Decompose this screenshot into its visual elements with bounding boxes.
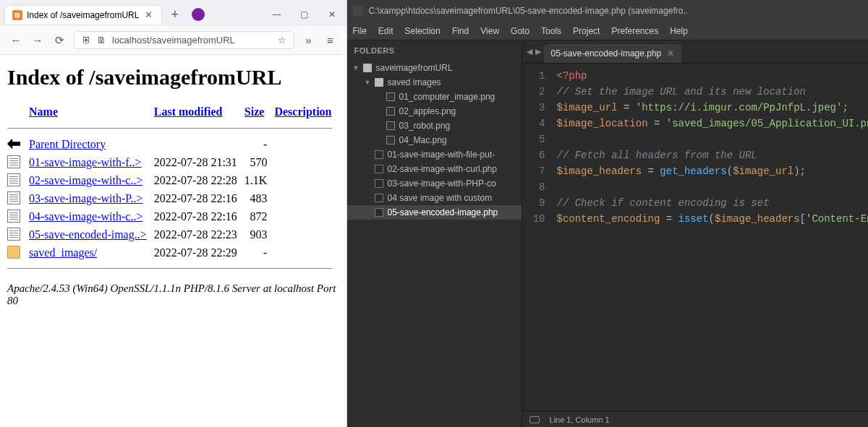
folder-icon bbox=[375, 78, 383, 87]
tree-file[interactable]: 03-save-image-with-PHP-co bbox=[347, 176, 522, 191]
shield-icon: ⛨ bbox=[82, 35, 91, 46]
tree-label: 02_apples.png bbox=[399, 106, 456, 116]
minimize-button[interactable]: — bbox=[267, 9, 287, 20]
sublime-window: C:\xampp\htdocs\saveimagefromURL\05-save… bbox=[347, 0, 868, 427]
disclosure-icon: ▼ bbox=[353, 64, 359, 72]
file-icon bbox=[7, 155, 20, 168]
menu-preferences[interactable]: Preferences bbox=[611, 26, 658, 36]
table-row: 01-save-image-with-f..>2022-07-28 21:315… bbox=[7, 153, 339, 171]
col-desc[interactable]: Description bbox=[274, 105, 331, 118]
file-date: 2022-07-28 21:31 bbox=[154, 153, 244, 171]
maximize-button[interactable]: ▢ bbox=[294, 9, 315, 20]
editor-menubar: FileEditSelectionFindViewGotoToolsProjec… bbox=[347, 22, 868, 40]
image-icon bbox=[386, 107, 395, 116]
menu-goto[interactable]: Goto bbox=[511, 26, 529, 36]
menu-project[interactable]: Project bbox=[573, 26, 600, 36]
file-link[interactable]: 01-save-image-with-f..> bbox=[29, 156, 142, 168]
table-row: 02-save-image-with-c..>2022-07-28 22:281… bbox=[7, 171, 339, 189]
browser-toolbar: ← → ⟳ ⛨ 🗎 localhost/saveimagefromURL ☆ »… bbox=[0, 26, 346, 55]
panel-icon[interactable] bbox=[529, 416, 540, 423]
cursor-position: Line 1, Column 1 bbox=[550, 415, 610, 424]
image-icon bbox=[386, 92, 395, 101]
tree-file[interactable]: 03_robot.png bbox=[347, 118, 522, 133]
close-tab-icon[interactable]: ✕ bbox=[143, 9, 154, 20]
close-tab-icon[interactable]: ✕ bbox=[667, 48, 674, 59]
extension-icon[interactable] bbox=[192, 8, 205, 21]
menu-tools[interactable]: Tools bbox=[541, 26, 561, 36]
php-icon bbox=[375, 150, 383, 159]
php-icon bbox=[375, 179, 383, 188]
file-link[interactable]: 04-save-image-with-c..> bbox=[29, 210, 142, 223]
browser-window-controls: — ▢ ✕ bbox=[267, 9, 342, 20]
tree-label: saveimagefromURL bbox=[376, 63, 453, 73]
browser-tabbar: ⊞ Index of /saveimagefromURL ✕ + — ▢ ✕ bbox=[0, 0, 346, 26]
url-text: localhost/saveimagefromURL bbox=[112, 35, 272, 46]
parent-row: Parent Directory - bbox=[7, 135, 339, 153]
menu-find[interactable]: Find bbox=[452, 26, 469, 36]
menu-selection[interactable]: Selection bbox=[405, 26, 441, 36]
tree-file[interactable]: 05-save-encoded-image.php bbox=[347, 205, 522, 220]
editor-statusbar: Line 1, Column 1 Tab Size: 4 PHP bbox=[522, 411, 868, 427]
nav-back-icon[interactable]: ◀ bbox=[527, 47, 532, 56]
tab-filename: 05-save-encoded-image.php bbox=[551, 48, 662, 59]
tree-file[interactable]: 04_Mac.png bbox=[347, 133, 522, 147]
file-tree: ▼saveimagefromURL▼saved images01_compute… bbox=[347, 61, 522, 220]
close-button[interactable]: ✕ bbox=[322, 9, 342, 20]
editor-tabbar: ◀ ▶ 05-save-encoded-image.php ✕ ▾ bbox=[522, 40, 868, 64]
php-icon bbox=[375, 208, 383, 217]
file-link[interactable]: 05-save-encoded-imag..> bbox=[29, 228, 147, 241]
file-link[interactable]: 03-save-image-with-P..> bbox=[29, 192, 142, 204]
menu-edit[interactable]: Edit bbox=[378, 26, 393, 36]
menu-icon[interactable]: ≡ bbox=[323, 34, 338, 46]
file-icon bbox=[7, 191, 20, 204]
php-icon bbox=[375, 165, 383, 173]
nav-fwd-icon[interactable]: ▶ bbox=[535, 47, 541, 56]
tree-file[interactable]: 04 save image with custom bbox=[347, 191, 522, 205]
browser-page: Index of /saveimagefromURL Name Last mod… bbox=[0, 55, 346, 427]
file-link[interactable]: 02-save-image-with-c..> bbox=[29, 174, 142, 186]
file-size: - bbox=[244, 243, 275, 262]
tree-folder[interactable]: ▼saveimagefromURL bbox=[347, 61, 522, 75]
editor-titlebar: C:\xampp\htdocs\saveimagefromURL\05-save… bbox=[347, 0, 868, 22]
file-date: 2022-07-28 22:16 bbox=[154, 207, 244, 225]
source[interactable]: <?php// Set the image URL and its new lo… bbox=[551, 64, 868, 411]
server-signature: Apache/2.4.53 (Win64) OpenSSL/1.1.1n PHP… bbox=[7, 282, 339, 307]
image-icon bbox=[386, 121, 395, 130]
code-area[interactable]: 12345678910 <?php// Set the image URL an… bbox=[522, 64, 868, 411]
tree-label: 04_Mac.png bbox=[399, 135, 447, 145]
bookmark-icon[interactable]: ☆ bbox=[278, 35, 286, 46]
menu-help[interactable]: Help bbox=[670, 26, 688, 36]
file-size: 483 bbox=[244, 189, 275, 207]
editor-tab-active[interactable]: 05-save-encoded-image.php ✕ bbox=[544, 44, 682, 63]
folder-icon bbox=[363, 64, 372, 72]
tree-file[interactable]: 02-save-image-with-curl.php bbox=[347, 162, 522, 176]
parent-link[interactable]: Parent Directory bbox=[29, 138, 106, 150]
overflow-icon[interactable]: » bbox=[302, 34, 316, 46]
tree-file[interactable]: 01-save-image-with-file-put- bbox=[347, 147, 522, 162]
tree-label: 01_computer_image.png bbox=[399, 92, 495, 102]
page-heading: Index of /saveimagefromURL bbox=[7, 65, 339, 90]
tree-file[interactable]: 01_computer_image.png bbox=[347, 90, 522, 104]
tab-title: Index of /saveimagefromURL bbox=[27, 10, 139, 20]
menu-file[interactable]: File bbox=[353, 26, 367, 36]
menu-view[interactable]: View bbox=[480, 26, 499, 36]
tree-label: 01-save-image-with-file-put- bbox=[388, 150, 495, 160]
address-bar[interactable]: ⛨ 🗎 localhost/saveimagefromURL ☆ bbox=[74, 31, 294, 49]
reload-button[interactable]: ⟳ bbox=[52, 34, 67, 47]
col-size[interactable]: Size bbox=[244, 105, 265, 118]
table-row: 03-save-image-with-P..>2022-07-28 22:164… bbox=[7, 189, 339, 207]
col-name[interactable]: Name bbox=[29, 105, 58, 118]
editor-main: ◀ ▶ 05-save-encoded-image.php ✕ ▾ 123456… bbox=[522, 40, 868, 427]
forward-button[interactable]: → bbox=[30, 34, 45, 46]
tree-folder[interactable]: ▼saved images bbox=[347, 75, 522, 90]
browser-tab-active[interactable]: ⊞ Index of /saveimagefromURL ✕ bbox=[4, 5, 162, 24]
tree-file[interactable]: 02_apples.png bbox=[347, 104, 522, 118]
xampp-icon: ⊞ bbox=[12, 10, 22, 20]
tree-label: saved images bbox=[388, 77, 441, 87]
directory-listing: Name Last modified Size Description Pare… bbox=[7, 103, 339, 275]
col-modified[interactable]: Last modified bbox=[154, 105, 223, 118]
back-button[interactable]: ← bbox=[9, 34, 23, 46]
file-size: 570 bbox=[244, 153, 275, 171]
file-link[interactable]: saved_images/ bbox=[29, 246, 97, 259]
new-tab-button[interactable]: + bbox=[166, 6, 183, 24]
